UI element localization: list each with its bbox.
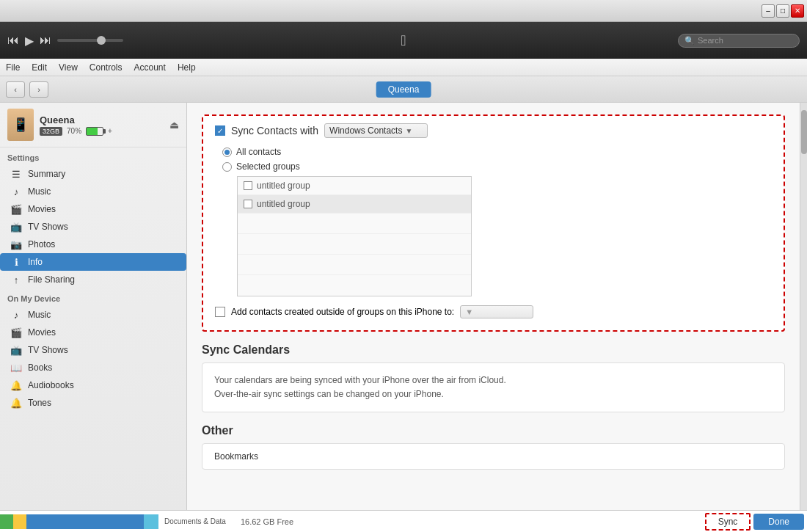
radio-selected-groups[interactable]: Selected groups <box>222 161 772 172</box>
title-bar-controls: – □ ✕ <box>762 4 804 18</box>
storage-segment-yellow <box>13 514 26 529</box>
sync-contacts-label: Sync Contacts with <box>231 125 318 136</box>
group-item-3 <box>238 214 471 234</box>
radio-all-contacts[interactable]: All contacts <box>222 147 772 157</box>
sidebar-item-tvshows-device[interactable]: 📺 TV Shows <box>0 341 186 359</box>
content-area: ✓ Sync Contacts with Windows Contacts ▼ … <box>187 103 800 510</box>
movies-icon: 🎬 <box>10 203 22 215</box>
menu-account[interactable]: Account <box>134 62 166 73</box>
menu-edit[interactable]: Edit <box>32 62 47 73</box>
storage-label: Documents & Data <box>158 517 232 525</box>
storage-segment-cyan <box>144 514 158 529</box>
group-item-6 <box>238 275 471 296</box>
sidebar-label-books-device: Books <box>28 362 52 373</box>
summary-icon: ☰ <box>10 168 22 180</box>
sidebar-label-movies-device: Movies <box>28 327 56 338</box>
radio-label-groups: Selected groups <box>236 161 300 172</box>
sidebar: 📱 Queena 32GB 70% + ⏏ Settings ☰ Summary… <box>0 103 187 510</box>
maximize-button[interactable]: □ <box>776 4 789 18</box>
group-item-2[interactable]: untitled group <box>238 195 471 214</box>
play-button[interactable]: ▶ <box>25 34 34 48</box>
nav-bar: ‹ › Queena <box>0 76 807 103</box>
device-button[interactable]: Queena <box>376 81 431 98</box>
add-contacts-dropdown[interactable]: ▼ <box>460 305 533 318</box>
bottom-bar: Documents & Data 16.62 GB Free Sync Done <box>0 510 807 532</box>
close-button[interactable]: ✕ <box>791 4 804 18</box>
settings-section-label: Settings <box>0 147 186 165</box>
photos-icon: 📷 <box>10 238 22 250</box>
sync-calendars-title: Sync Calendars <box>202 343 785 357</box>
progress-track <box>57 39 123 42</box>
music-device-icon: ♪ <box>10 309 22 321</box>
group-item-1[interactable]: untitled group <box>238 177 471 195</box>
sync-contacts-checkbox[interactable]: ✓ <box>215 125 225 136</box>
minimize-button[interactable]: – <box>762 4 775 18</box>
group-checkbox-1 <box>244 181 252 190</box>
forward-button[interactable]: › <box>29 81 48 98</box>
sidebar-item-summary[interactable]: ☰ Summary <box>0 165 186 183</box>
search-icon: 🔍 <box>684 36 695 45</box>
device-meta: 32GB 70% + <box>40 127 164 136</box>
windows-contacts-dropdown[interactable]: Windows Contacts ▼ <box>324 123 428 138</box>
dropdown-value: Windows Contacts <box>329 125 402 136</box>
search-bar[interactable]: 🔍 <box>678 34 800 48</box>
sidebar-item-books-device[interactable]: 📖 Books <box>0 359 186 376</box>
group-label-2: untitled group <box>257 199 310 209</box>
sidebar-item-filesharing[interactable]: ↑ File Sharing <box>0 271 186 288</box>
sidebar-label-music: Music <box>28 186 51 197</box>
add-contacts-checkbox[interactable] <box>215 307 225 317</box>
group-label-1: untitled group <box>257 181 310 191</box>
sidebar-item-movies[interactable]: 🎬 Movies <box>0 200 186 218</box>
storage-segment-green <box>0 514 13 529</box>
sidebar-item-music-device[interactable]: ♪ Music <box>0 306 186 324</box>
storage-bar: Documents & Data 16.62 GB Free <box>0 511 705 532</box>
sidebar-item-photos[interactable]: 📷 Photos <box>0 236 186 253</box>
device-name: Queena <box>40 114 164 125</box>
sidebar-item-tvshows[interactable]: 📺 TV Shows <box>0 218 186 236</box>
battery-pct: 70% <box>67 127 81 135</box>
bookmarks-label: Bookmarks <box>214 451 258 462</box>
prev-button[interactable]: ⏮ <box>7 34 19 47</box>
next-button[interactable]: ⏭ <box>40 34 51 47</box>
menu-bar: File Edit View Controls Account Help <box>0 59 807 76</box>
sidebar-item-audiobooks-device[interactable]: 🔔 Audiobooks <box>0 376 186 394</box>
menu-view[interactable]: View <box>59 62 78 73</box>
chevron-down-icon: ▼ <box>405 127 412 135</box>
menu-file[interactable]: File <box>6 62 20 73</box>
group-item-4 <box>238 234 471 255</box>
menu-help[interactable]: Help <box>178 62 196 73</box>
menu-controls[interactable]: Controls <box>90 62 123 73</box>
add-contacts-label: Add contacts created outside of groups o… <box>231 307 454 317</box>
radio-btn-all <box>222 147 232 157</box>
scrollbar-right[interactable] <box>800 103 807 510</box>
sidebar-label-music-device: Music <box>28 310 51 320</box>
tones-device-icon: 🔔 <box>10 397 22 409</box>
sidebar-label-info: Info <box>28 257 43 267</box>
sidebar-item-music[interactable]: ♪ Music <box>0 183 186 200</box>
sync-button[interactable]: Sync <box>705 513 751 531</box>
groups-list: untitled group untitled group <box>237 176 472 296</box>
device-header: 📱 Queena 32GB 70% + ⏏ <box>0 103 186 147</box>
sidebar-label-tvshows-device: TV Shows <box>28 345 68 355</box>
search-input[interactable] <box>698 36 793 45</box>
scrollbar-thumb <box>801 110 807 154</box>
storage-segment-blue <box>26 514 144 529</box>
sync-contacts-header: ✓ Sync Contacts with Windows Contacts ▼ <box>215 123 772 138</box>
onmydevice-section-label: On My Device <box>0 288 186 306</box>
sidebar-item-info[interactable]: ℹ Info <box>0 253 186 271</box>
other-section: Other Bookmarks <box>202 424 785 470</box>
group-checkbox-2 <box>244 200 252 208</box>
tvshows-device-icon: 📺 <box>10 344 22 356</box>
progress-bar[interactable] <box>57 39 123 42</box>
back-button[interactable]: ‹ <box>6 81 25 98</box>
sidebar-item-movies-device[interactable]: 🎬 Movies <box>0 324 186 341</box>
info-icon: ℹ <box>10 256 22 268</box>
player-controls: ⏮ ▶ ⏭ <box>7 34 123 48</box>
device-info: Queena 32GB 70% + <box>40 114 164 136</box>
eject-button[interactable]: ⏏ <box>169 119 179 131</box>
device-capacity: 32GB <box>40 127 62 136</box>
sidebar-label-movies: Movies <box>28 204 56 214</box>
done-button[interactable]: Done <box>753 514 804 530</box>
sidebar-item-tones-device[interactable]: 🔔 Tones <box>0 394 186 412</box>
main-layout: 📱 Queena 32GB 70% + ⏏ Settings ☰ Summary… <box>0 103 807 510</box>
